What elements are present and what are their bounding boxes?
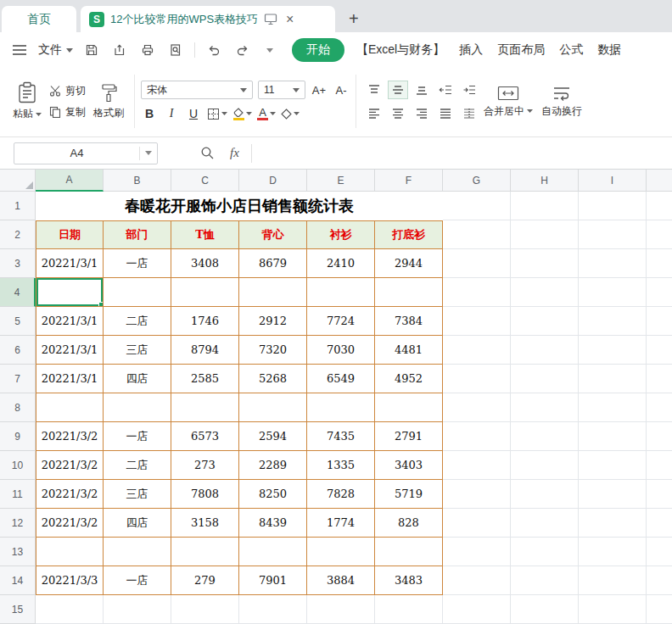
ribbon-tab-start[interactable]: 开始 (292, 38, 344, 62)
cell-H7[interactable] (511, 365, 579, 393)
ribbon-tab-addin[interactable]: 【Excel与财务】 (354, 42, 447, 58)
cell-C14[interactable]: 279 (171, 566, 239, 595)
cell-D14[interactable]: 7901 (239, 566, 307, 595)
ribbon-tab-page-layout[interactable]: 页面布局 (495, 42, 547, 58)
cell-C13[interactable] (171, 538, 239, 566)
column-header-D[interactable]: D (239, 170, 307, 192)
cell-F9[interactable]: 2791 (375, 422, 443, 451)
file-menu[interactable]: 文件 (38, 42, 73, 58)
decrease-indent-icon[interactable] (435, 81, 456, 99)
cell-E7[interactable]: 6549 (307, 365, 375, 393)
row-header-12[interactable]: 12 (0, 509, 36, 538)
column-header-C[interactable]: C (171, 170, 239, 192)
cell-A3[interactable]: 20221/3/1 (36, 249, 104, 278)
export-icon[interactable] (110, 41, 129, 59)
cell-G3[interactable] (443, 249, 511, 278)
cell-D5[interactable]: 2912 (239, 307, 307, 336)
cell-E5[interactable]: 7724 (307, 307, 375, 336)
cell-E4[interactable] (307, 278, 375, 307)
underline-button[interactable]: U (185, 105, 202, 122)
cell-I2[interactable] (579, 220, 647, 249)
cell-C10[interactable]: 273 (171, 451, 239, 480)
home-tab[interactable]: 首页 (2, 6, 76, 32)
cell-F12[interactable]: 828 (375, 509, 443, 538)
increase-font-button[interactable]: A+ (311, 81, 328, 98)
cell-F11[interactable]: 5719 (375, 480, 443, 509)
cell-A14[interactable]: 20221/3/3 (36, 566, 104, 595)
cell-C7[interactable]: 2585 (171, 365, 239, 393)
cell-A12[interactable]: 20221/3/2 (36, 509, 104, 538)
cell-A7[interactable]: 20221/3/1 (36, 365, 104, 393)
cell-B3[interactable]: 一店 (104, 249, 171, 278)
cell-D8[interactable] (239, 393, 307, 422)
font-size-select[interactable]: 11 (258, 81, 305, 99)
formula-input[interactable] (257, 137, 672, 169)
align-left-icon[interactable] (364, 104, 384, 123)
cell-G8[interactable] (443, 393, 511, 422)
cell-G12[interactable] (443, 509, 511, 538)
select-all-corner[interactable] (0, 170, 36, 192)
cell-G4[interactable] (443, 278, 511, 307)
cell-A9[interactable]: 20221/3/2 (36, 422, 104, 451)
row-header-7[interactable]: 7 (0, 365, 36, 393)
cell-E10[interactable]: 1335 (307, 451, 375, 480)
cell-I8[interactable] (579, 393, 647, 422)
cell-C2[interactable]: T恤 (171, 220, 239, 249)
paste-button[interactable]: 粘贴 (8, 71, 46, 131)
cell-C15[interactable] (171, 595, 239, 624)
row-header-11[interactable]: 11 (0, 480, 36, 509)
cell-C9[interactable]: 6573 (171, 422, 239, 451)
cell-H12[interactable] (511, 509, 579, 538)
cell-I13[interactable] (579, 538, 647, 566)
cell-C6[interactable]: 8794 (171, 336, 239, 365)
zoom-search-icon[interactable] (192, 146, 223, 160)
cell-A1-title[interactable]: 春暖花开服饰小店日销售额统计表 (36, 192, 443, 220)
cell-I5[interactable] (579, 307, 647, 336)
cell-I7[interactable] (579, 365, 647, 393)
column-header-I[interactable]: I (579, 170, 647, 192)
print-preview-icon[interactable] (166, 41, 185, 59)
name-box-caret-icon[interactable] (140, 151, 157, 155)
align-top-icon[interactable] (364, 81, 384, 99)
cell-B5[interactable]: 二店 (104, 307, 171, 336)
cell-D4[interactable] (239, 278, 307, 307)
cell-F2[interactable]: 打底衫 (375, 220, 443, 249)
monitor-icon[interactable] (264, 13, 277, 25)
cell-G15[interactable] (443, 595, 511, 624)
cell-G5[interactable] (443, 307, 511, 336)
cell-F13[interactable] (375, 538, 443, 566)
cell-B8[interactable] (104, 393, 171, 422)
cell-F5[interactable]: 7384 (375, 307, 443, 336)
cell-B9[interactable]: 一店 (104, 422, 171, 451)
cell-F10[interactable]: 3403 (375, 451, 443, 480)
italic-button[interactable]: I (163, 105, 180, 122)
cell-H5[interactable] (511, 307, 579, 336)
cell-B12[interactable]: 四店 (104, 509, 171, 538)
cell-G13[interactable] (443, 538, 511, 566)
row-header-14[interactable]: 14 (0, 566, 36, 595)
cell-A2[interactable]: 日期 (36, 220, 104, 249)
cell-G10[interactable] (443, 451, 511, 480)
row-header-5[interactable]: 5 (0, 307, 36, 336)
cut-button[interactable]: 剪切 (49, 84, 86, 98)
cell-A11[interactable]: 20221/3/2 (36, 480, 104, 509)
cell-H13[interactable] (511, 538, 579, 566)
fill-color-button[interactable] (232, 105, 252, 122)
cell-G1[interactable] (443, 192, 511, 220)
cell-I12[interactable] (579, 509, 647, 538)
borders-button[interactable] (207, 105, 227, 122)
cell-D12[interactable]: 8439 (239, 509, 307, 538)
cell-I15[interactable] (579, 595, 647, 624)
cell-B7[interactable]: 四店 (104, 365, 171, 393)
cell-G6[interactable] (443, 336, 511, 365)
format-painter-button[interactable]: 格式刷 (89, 71, 128, 131)
cell-H14[interactable] (511, 566, 579, 595)
cell-I6[interactable] (579, 336, 647, 365)
ribbon-tab-data[interactable]: 数据 (595, 42, 624, 58)
increase-indent-icon[interactable] (459, 81, 479, 99)
cell-A8[interactable] (36, 393, 104, 422)
align-bottom-icon[interactable] (412, 81, 432, 99)
column-header-G[interactable]: G (443, 170, 511, 192)
row-header-3[interactable]: 3 (0, 249, 36, 278)
cell-F8[interactable] (375, 393, 443, 422)
